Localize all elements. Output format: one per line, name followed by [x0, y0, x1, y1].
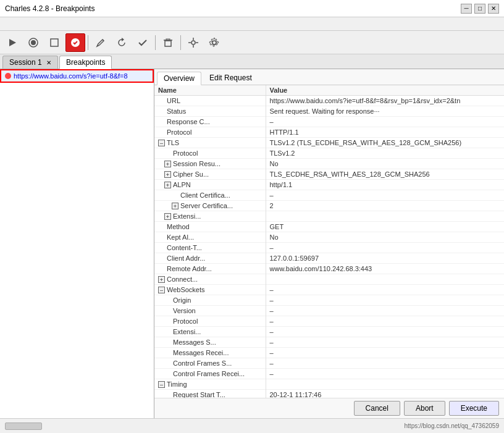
prop-name: Session Resu... [173, 160, 220, 167]
right-panel: Overview Edit Request Name Value URLhttp… [154, 69, 504, 418]
prop-value: – [266, 348, 504, 358]
prop-value: TLSv1.2 [266, 148, 504, 159]
prop-value: Sent request. Waiting for response··· [266, 106, 504, 117]
collapse-icon[interactable]: – [158, 140, 165, 146]
prop-value: – [266, 285, 504, 295]
svg-marker-0 [9, 39, 16, 46]
prop-value: HTTP/1.1 [266, 127, 504, 138]
close-button[interactable]: ✕ [488, 4, 499, 14]
svg-line-5 [103, 40, 104, 41]
refresh-button[interactable] [112, 33, 132, 52]
table-row: ProtocolHTTP/1.1 [154, 127, 504, 138]
settings-button[interactable] [204, 33, 224, 52]
expand-icon[interactable]: + [164, 182, 171, 188]
left-panel: https://www.baidu.com/s?ie=utf-8&f=8 [0, 69, 154, 418]
tab-session1[interactable]: Session 1 ✕ [2, 56, 58, 69]
prop-value: 2 [266, 201, 504, 211]
prop-name: Method [167, 223, 190, 230]
expand-icon[interactable]: + [158, 276, 165, 283]
table-row: +ALPNhttp/1.1 [154, 180, 504, 190]
table-row: Control Frames Recei...– [154, 369, 504, 379]
prop-value: www.baidu.com/110.242.68.3:443 [266, 264, 504, 274]
prop-value [266, 274, 504, 285]
window-controls: ─ □ ✕ [461, 4, 499, 14]
trash-button[interactable] [158, 33, 178, 52]
table-row: –TLSTLSv1.2 (TLS_ECDHE_RSA_WITH_AES_128_… [154, 138, 504, 148]
prop-name: Timing [167, 380, 187, 388]
prop-name: Request Start T... [173, 391, 225, 398]
maximize-button[interactable]: □ [474, 4, 485, 14]
start-button[interactable] [2, 33, 22, 52]
prop-name: Origin [173, 296, 191, 304]
prop-name: Control Frames Recei... [173, 370, 245, 377]
main-layout: https://www.baidu.com/s?ie=utf-8&f=8 Ove… [0, 69, 504, 418]
toolbar-separator-3 [180, 35, 181, 50]
prop-name: Version [173, 307, 196, 314]
expand-icon[interactable]: + [164, 161, 171, 167]
table-row: URLhttps://www.baidu.com/s?ie=utf-8&f=8&… [154, 96, 504, 106]
scroll-thumb[interactable] [5, 422, 42, 430]
table-row: Origin– [154, 295, 504, 306]
prop-name: Client Addr... [167, 254, 205, 262]
edit-button[interactable] [91, 33, 111, 52]
table-row: +Server Certifica...2 [154, 201, 504, 211]
prop-value: – [266, 358, 504, 369]
table-row: Client Addr...127.0.0.1:59697 [154, 253, 504, 264]
breakpoint-item[interactable]: https://www.baidu.com/s?ie=utf-8&f=8 [0, 69, 154, 83]
prop-name: Control Frames S... [173, 359, 232, 367]
prop-value: – [266, 117, 504, 127]
table-row: Content-T...– [154, 243, 504, 253]
expand-icon[interactable]: + [172, 203, 178, 209]
table-row: Extensi...– [154, 327, 504, 337]
table-row: Remote Addr...www.baidu.com/110.242.68.3… [154, 264, 504, 274]
prop-value: – [266, 316, 504, 327]
table-header: Name Value [154, 85, 504, 96]
execute-button[interactable]: Execute [449, 401, 499, 416]
prop-value: No [266, 232, 504, 243]
table-row: +Connect... [154, 274, 504, 285]
svg-rect-3 [51, 39, 58, 46]
prop-value: 20-12-1 11:17:46 [266, 390, 504, 398]
table-row: Control Frames S...– [154, 358, 504, 369]
table-row: Messages S...– [154, 337, 504, 348]
expand-icon[interactable]: + [164, 213, 171, 220]
prop-value: – [266, 327, 504, 337]
table-row: Response C...– [154, 117, 504, 127]
status-link: https://blog.csdn.net/qq_47362059 [405, 422, 499, 429]
tab-breakpoints[interactable]: Breakpoints [59, 56, 112, 69]
tab-overview[interactable]: Overview [157, 72, 201, 85]
toolbar-separator-2 [155, 35, 156, 50]
prop-name: Server Certifica... [180, 202, 233, 209]
collapse-icon[interactable]: – [158, 287, 165, 293]
tools-button[interactable] [183, 33, 203, 52]
title-bar: Charles 4.2.8 - Breakpoints ─ □ ✕ [0, 0, 504, 17]
cancel-button[interactable]: Cancel [354, 401, 400, 416]
record-button[interactable] [23, 33, 43, 52]
action-buttons: Cancel Abort Execute [154, 398, 504, 418]
stop-button[interactable] [44, 33, 64, 52]
prop-value: TLSv1.2 (TLS_ECDHE_RSA_WITH_AES_128_GCM_… [266, 138, 504, 148]
expand-icon[interactable]: + [164, 171, 171, 178]
prop-name: Protocol [173, 317, 198, 325]
collapse-icon[interactable]: – [158, 381, 165, 388]
window-title: Charles 4.2.8 - Breakpoints [5, 4, 94, 13]
tab-edit-request[interactable]: Edit Request [203, 71, 259, 85]
table-row: Version– [154, 306, 504, 316]
prop-name: Protocol [173, 149, 198, 157]
table-row: –WebSockets– [154, 285, 504, 295]
inner-tab-strip: Overview Edit Request [154, 69, 504, 85]
toolbar [0, 31, 504, 54]
tick-button[interactable] [133, 33, 153, 52]
prop-name: URL [167, 97, 180, 104]
prop-value: TLS_ECDHE_RSA_WITH_AES_128_GCM_SHA256 [266, 169, 504, 180]
table-row: ProtocolTLSv1.2 [154, 148, 504, 159]
breakpoint-icon [5, 73, 11, 79]
prop-name: Response C... [167, 118, 210, 125]
prop-value: – [266, 190, 504, 201]
breakpoint-button[interactable] [65, 33, 85, 52]
abort-button[interactable]: Abort [404, 401, 445, 416]
prop-name: Protocol [167, 128, 191, 136]
table-row: Client Certifica...– [154, 190, 504, 201]
minimize-button[interactable]: ─ [461, 4, 472, 14]
table-row: Protocol– [154, 316, 504, 327]
